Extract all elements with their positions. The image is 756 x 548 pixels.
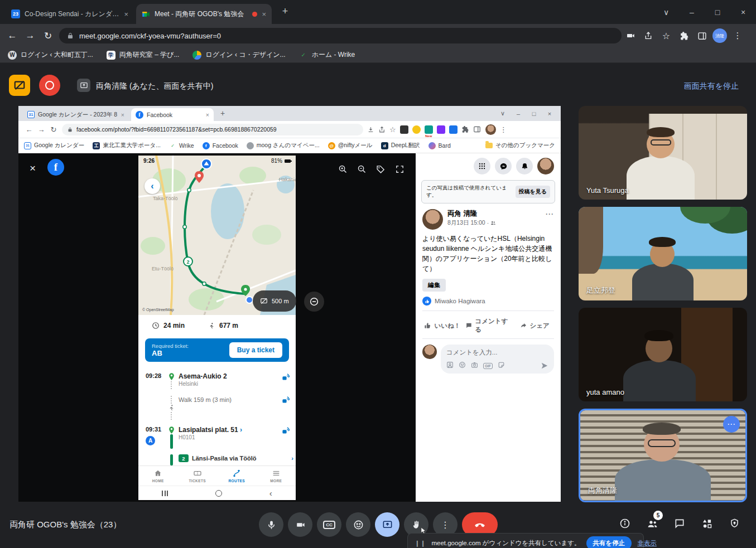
camera-in-use-icon[interactable] <box>622 31 639 41</box>
close-button[interactable]: × <box>730 8 756 17</box>
stop-sharing-button[interactable]: 共有を停止 <box>586 536 632 548</box>
forward-icon: → <box>35 125 47 134</box>
hide-toast-link[interactable]: 非表示 <box>637 539 657 547</box>
participant-tile-self[interactable]: ⋯ 両角清隆 <box>579 409 747 502</box>
reactions-button[interactable] <box>346 512 370 537</box>
participant-tile[interactable]: Yuta Tsuruga <box>579 106 747 200</box>
presenting-icon <box>77 79 90 92</box>
person-glasses <box>648 439 676 447</box>
person-body <box>615 459 711 502</box>
tab-label: Meet - 両角研 OGOB's 勉強会 <box>155 9 248 19</box>
tile-options-button[interactable]: ⋯ <box>723 416 740 433</box>
route-headsign: Länsi-Pasila via Töölö <box>192 455 257 462</box>
mic-button[interactable] <box>259 512 283 537</box>
trip-distance: 677 m <box>219 322 238 329</box>
facebook-favicon: f <box>136 111 143 119</box>
facebook-post-panel: この写真は投稿で使用されています。 投稿を見る 両角 清隆 8月13日 15:0… <box>416 153 561 502</box>
browser-tab-strip: 23 Co-Design Sendai - カレンダー - 20 × Meet … <box>0 0 756 24</box>
map-label: Hakaniemi <box>279 177 296 182</box>
chat-icon[interactable] <box>673 518 686 530</box>
presenting-status-text: 両角清隆 (あなた、画面を共有中) <box>96 81 214 91</box>
lock-icon <box>68 127 73 132</box>
share-button: シェア <box>511 314 557 337</box>
zoom-out-bubble <box>304 292 324 312</box>
person-body <box>623 360 696 401</box>
messenger-icon <box>495 158 512 174</box>
camera-button[interactable] <box>288 512 312 537</box>
share-icon <box>378 126 386 133</box>
shared-screen-preview: 31 Google カレンダー - 2023年 8月 2... × f Face… <box>18 106 561 502</box>
shared-tab-calendar: 31 Google カレンダー - 2023年 8月 2... × <box>23 108 129 121</box>
stop-pin-icon <box>167 426 176 434</box>
itinerary-leg: 09:31A Lasipalatsi plat. 51 › H0101 <box>138 423 296 452</box>
drag-handle-icon[interactable]: ❙❙ <box>415 540 426 547</box>
bookmark-star-icon[interactable]: ☆ <box>657 31 675 41</box>
new-tab-icon: + <box>220 109 225 118</box>
minimize-button[interactable]: – <box>679 8 705 17</box>
address-bar[interactable]: meet.google.com/ckf-yoea-vmu?authuser=0 <box>59 28 622 43</box>
forward-button[interactable]: → <box>21 30 39 41</box>
walk-description: Walk 159 m (3 min) <box>179 395 281 403</box>
browser-toolbar: ← → ↻ meet.google.com/ckf-yoea-vmu?authu… <box>0 24 756 47</box>
map-back-button: ‹ <box>145 178 160 194</box>
host-controls-icon[interactable] <box>728 518 741 530</box>
bookmark-item: fFacebook <box>203 142 238 149</box>
meeting-details-icon[interactable] <box>618 518 632 530</box>
trip-summary: 24 min 677 m <box>138 315 296 336</box>
nav-routes: ROUTES <box>217 466 257 486</box>
bookmark-item[interactable]: 学 両角研究室 – 学び... <box>107 50 180 60</box>
extensions-puzzle-icon[interactable] <box>675 31 693 41</box>
wrike-check-icon: ✓ <box>169 142 176 149</box>
tab-calendar[interactable]: 23 Co-Design Sendai - カレンダー - 20 × <box>6 4 134 24</box>
bookmark-item[interactable]: ログイン ‹ コ・デザイン... <box>192 50 285 60</box>
bookmark-label: ログイン ‹ コ・デザイン... <box>205 50 285 60</box>
comment-input: コメントを入力... GIF <box>441 345 554 374</box>
bookmark-item: dDeepL翻訳 <box>381 142 420 149</box>
itinerary-leg: 09:28 Asema-Aukio 2 Helsinki <box>138 370 296 392</box>
url-text: facebook.com/photo/?fbid=669811072356118… <box>76 126 358 133</box>
extension-icon <box>449 125 458 134</box>
stop-presenting-link[interactable]: 画面共有を停止 <box>684 81 739 91</box>
tab-search-icon[interactable]: ∨ <box>653 8 679 17</box>
participant-tile[interactable]: 足立邦登 <box>579 207 747 300</box>
share-icon[interactable] <box>639 31 657 40</box>
nav-home: HOME <box>138 466 178 486</box>
edit-button: 編集 <box>422 279 446 292</box>
bookmark-label: ホーム - Wrike <box>312 50 355 60</box>
tab-label: Google カレンダー - 2023年 8月 2... <box>38 111 118 119</box>
back-button[interactable]: ← <box>3 30 21 41</box>
browser-menu-icon[interactable]: ⋮ <box>729 31 747 41</box>
bookmark-label: 両角研究室 – 学び... <box>119 50 180 60</box>
bard-icon <box>428 142 436 149</box>
reload-button[interactable]: ↻ <box>39 30 57 42</box>
present-button-active[interactable] <box>375 512 399 537</box>
participant-tile[interactable]: yuta amano <box>579 308 747 401</box>
scale-overlay: 500 m <box>253 290 296 312</box>
maximize-icon: □ <box>526 110 542 117</box>
nav-tickets: TICKETS <box>178 466 218 486</box>
bookmark-item[interactable]: ✓ ホーム - Wrike <box>299 50 355 60</box>
tab-meet[interactable]: Meet - 両角研 OGOB's 勉強会 × <box>136 4 272 24</box>
person-hair <box>643 423 681 435</box>
recording-indicator[interactable] <box>39 75 60 96</box>
participant-name: 両角清隆 <box>588 486 617 496</box>
chevron-down-icon: ∨ <box>495 110 511 117</box>
activities-icon[interactable] <box>700 518 714 530</box>
tab-close-icon[interactable]: × <box>124 10 128 18</box>
apps-grid-icon <box>474 158 490 174</box>
participants-icon[interactable]: 5 <box>646 518 659 530</box>
site-icon <box>192 51 201 60</box>
profile-avatar[interactable]: 清隆 <box>711 28 729 43</box>
maximize-button[interactable]: □ <box>705 8 730 17</box>
install-icon <box>367 126 374 133</box>
participant-name: yuta amano <box>586 388 624 396</box>
presentation-warning-button[interactable] <box>9 75 30 96</box>
new-tab-button[interactable]: + <box>278 6 292 17</box>
stop-code: H0101 <box>179 434 281 440</box>
side-panel-icon[interactable] <box>693 31 711 41</box>
tab-close-icon[interactable]: × <box>262 10 266 18</box>
star-icon: ☆ <box>389 125 396 134</box>
captions-button[interactable]: CC <box>317 512 341 537</box>
zoom-in-icon <box>338 164 348 174</box>
bookmark-item[interactable]: W ログイン ‹ 大和町五丁... <box>8 50 93 60</box>
